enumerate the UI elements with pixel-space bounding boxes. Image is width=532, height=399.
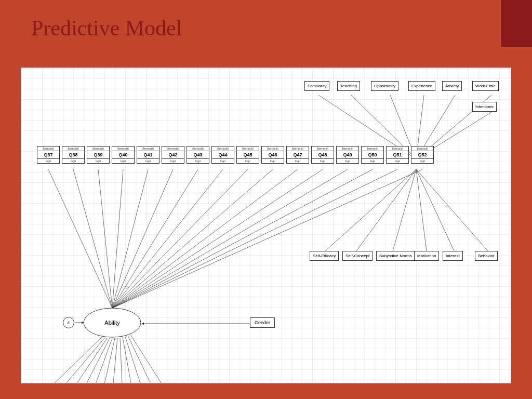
bot-box-subjective-norms: Subjective Norms (376, 251, 415, 261)
q-box-q42: Bernoulli Q42 logit (162, 146, 184, 164)
q-box-q47: Bernoulli Q47 logit (286, 146, 309, 164)
svg-line-11 (416, 169, 454, 251)
svg-line-30 (60, 338, 104, 383)
svg-line-21 (112, 169, 248, 308)
cat-box-intentions: Intentions (472, 102, 497, 112)
diagram-container: Ability Familiarity Teaching Opportunity… (21, 68, 511, 383)
title: Predictive Model (31, 16, 182, 41)
q-box-q46: Bernoulli Q46 logit (261, 146, 284, 164)
svg-line-36 (120, 338, 123, 383)
svg-line-37 (123, 337, 133, 383)
svg-line-38 (125, 337, 143, 383)
q-box-q52: Bernoulli Q52 logit (411, 146, 434, 164)
cat-box-work-ethic: Work Ethic (472, 81, 499, 91)
bot-box-behavior: Behavior (475, 251, 498, 261)
svg-line-26 (112, 169, 373, 308)
svg-line-28 (112, 169, 422, 308)
svg-line-25 (112, 169, 348, 308)
svg-line-40 (130, 335, 164, 383)
svg-line-29 (50, 337, 102, 383)
q-box-q39: Bernoulli Q39 logit (87, 146, 110, 164)
svg-line-22 (112, 169, 273, 308)
q-box-q41: Bernoulli Q41 logit (137, 146, 159, 164)
q-box-q45: Bernoulli Q45 logit (236, 146, 259, 164)
q-box-q44: Bernoulli Q44 logit (211, 146, 234, 164)
q-box-q43: Bernoulli Q43 logit (187, 146, 209, 164)
svg-line-8 (356, 169, 416, 251)
q-box-q50: Bernoulli Q50 logit (361, 146, 384, 164)
svg-line-20 (112, 169, 223, 308)
q-box-q51: Bernoulli Q51 logit (386, 146, 409, 164)
svg-line-7 (325, 169, 416, 251)
svg-line-14 (73, 169, 112, 308)
bot-box-self-concept: Self-Concept (342, 251, 373, 261)
svg-line-35 (112, 338, 117, 383)
gender-box: Gender (250, 317, 275, 328)
svg-line-34 (102, 338, 115, 383)
cat-box-teaching: Teaching (337, 81, 360, 91)
svg-line-13 (48, 169, 112, 308)
bot-box-interest: Interest (443, 251, 463, 261)
epsilon-circle: ε (63, 317, 74, 328)
cat-box-opportunity: Opportunity (371, 81, 398, 91)
svg-line-24 (112, 169, 323, 308)
svg-line-15 (98, 169, 112, 308)
q-box-q49: Bernoulli Q49 logit (336, 146, 359, 164)
q-box-q37: Bernoulli Q37 logit (37, 146, 60, 164)
q-box-q40: Bernoulli Q40 logit (112, 146, 135, 164)
svg-line-9 (393, 169, 416, 251)
cat-box-anxiety: Anxiety (442, 81, 462, 91)
svg-line-33 (91, 338, 112, 383)
bot-box-self-efficacy: Self-Efficacy (310, 251, 339, 261)
q-box-q38: Bernoulli Q38 logit (62, 146, 85, 164)
svg-text:Ability: Ability (104, 320, 120, 326)
cat-box-familiarity: Familiarity (304, 81, 329, 91)
svg-line-31 (71, 338, 107, 383)
q-box-q48: Bernoulli Q48 logit (311, 146, 334, 164)
svg-line-39 (128, 336, 154, 383)
svg-line-12 (416, 169, 488, 251)
svg-line-10 (416, 169, 427, 251)
cat-box-experience: Experience (408, 81, 435, 91)
diagram-svg: Ability (21, 68, 511, 383)
red-tab (501, 0, 532, 47)
svg-line-23 (112, 169, 298, 308)
bot-box-motivation: Motivation (414, 251, 439, 261)
